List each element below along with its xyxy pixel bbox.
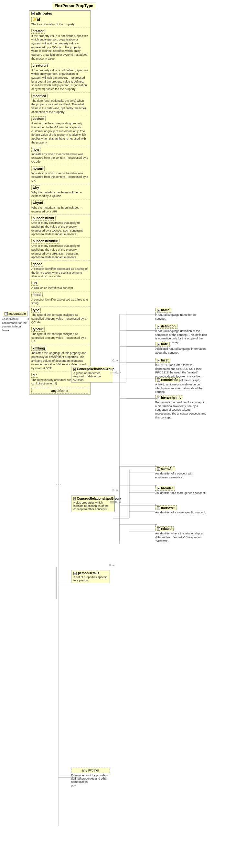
right-item-note: + note Additional natural language infor… bbox=[155, 342, 207, 355]
remoteinfo-label: remoteInfo bbox=[161, 378, 178, 381]
any-other-bottom-label: any ##other bbox=[71, 768, 110, 773]
name-label: name bbox=[161, 308, 170, 312]
any-other-bottom-mult: 0..∞ bbox=[71, 784, 110, 787]
right-item-remoteinfo: + remoteInfo A link to an item or a web … bbox=[155, 377, 207, 394]
attr-typeuri-name: typeuri bbox=[31, 327, 45, 332]
attr-how: how Indicates by which means the value w… bbox=[29, 146, 90, 165]
attr-how-name: how bbox=[31, 147, 40, 152]
attr-creator-name: creator bbox=[31, 29, 45, 34]
attr-typeuri-desc: The type of the concept assigned as cont… bbox=[31, 332, 88, 344]
attr-id-name: 🔑 id bbox=[31, 17, 41, 22]
right-item-sameas: + sameAs An identifier of a concept with… bbox=[155, 466, 207, 479]
pd-mult-label: 0..∞ bbox=[109, 563, 114, 567]
svg-marker-54 bbox=[155, 485, 157, 487]
svg-marker-55 bbox=[155, 504, 157, 506]
attr-custom-name: custom bbox=[31, 116, 46, 121]
attr-howuri: howuri Indicates by which means the valu… bbox=[29, 165, 90, 184]
pd-desc: A set of properties specific to a person… bbox=[73, 576, 108, 582]
ellipsis-connector-1: ··· bbox=[56, 352, 62, 358]
attr-why-desc: Why the metadata has been included – exp… bbox=[31, 191, 88, 198]
key-icon-id: 🔑 bbox=[33, 18, 36, 21]
attr-custom-desc: If set to true the corresponding propert… bbox=[31, 122, 88, 145]
attr-pubconstrainturi-name: pubconstrainturi bbox=[31, 239, 60, 244]
crg-connector-symbol bbox=[110, 500, 116, 505]
svg-marker-53 bbox=[155, 465, 157, 467]
cdg-expand-icon[interactable]: + bbox=[73, 368, 76, 371]
attr-any-other: any ##other bbox=[29, 387, 90, 395]
crg-desc: Holds properties which indicate relation… bbox=[73, 501, 112, 511]
note-label: note bbox=[161, 342, 168, 346]
attributes-box: + attributes 🔑 id The local identifier o… bbox=[29, 10, 90, 395]
name-desc: A natural language name for the concept. bbox=[155, 313, 207, 321]
attr-typeuri: typeuri The type of the concept assigned… bbox=[29, 326, 90, 345]
attr-literal-name: literal bbox=[31, 292, 43, 297]
attr-id-desc: The local identifier of the property. bbox=[31, 23, 88, 27]
any-other-bottom-box: any ##other Extension point for provider… bbox=[71, 768, 110, 787]
right-item-name: + name A natural language name for the c… bbox=[155, 308, 207, 321]
related-desc: An identifier where the relationship is … bbox=[155, 532, 207, 543]
attr-custom: custom If set to true the corresponding … bbox=[29, 115, 90, 146]
attr-how-desc: Indicates by which means the value was e… bbox=[31, 153, 88, 164]
right-item-hierarchyinfo: + hierarchyInfo Represents the position … bbox=[155, 395, 207, 420]
diagram-container: FlexPersonPropType + attributes 🔑 id The… bbox=[0, 0, 225, 868]
attr-creator-desc: If the property value is not defined, sp… bbox=[31, 34, 88, 61]
pd-expand-icon[interactable]: + bbox=[73, 572, 77, 575]
attr-whyuri-name: whyuri bbox=[31, 200, 44, 205]
related-label: related bbox=[161, 527, 172, 530]
hierarchyinfo-label: hierarchyInfo bbox=[161, 396, 181, 399]
crg-expand-icon[interactable]: + bbox=[73, 497, 76, 500]
accountable-expand-icon[interactable]: + bbox=[4, 312, 8, 315]
attr-qcode-desc: A concept identifier expressed as a stri… bbox=[31, 267, 88, 279]
attr-creatoruri-desc: If the property value is not defined, sp… bbox=[31, 69, 88, 91]
crg-right-bracket-svg bbox=[116, 454, 158, 557]
definition-label: definition bbox=[161, 324, 176, 328]
attr-type: type The type of the concept assigned as… bbox=[29, 307, 90, 326]
attr-xmllang-name: xmllang bbox=[31, 346, 46, 351]
cdg-desc: A group of properties required to define… bbox=[73, 371, 111, 381]
broader-label: broader bbox=[161, 487, 173, 490]
sameas-desc: An identifier of a concept with equivale… bbox=[155, 472, 207, 479]
attr-modified: modified The date (and, optionally, the … bbox=[29, 93, 90, 116]
attributes-header: + attributes bbox=[29, 11, 90, 16]
attr-why-name: why bbox=[31, 185, 40, 190]
diagram-title: FlexPersonPropType bbox=[52, 3, 96, 9]
narrower-desc: An identifier of a more specific concept… bbox=[155, 511, 206, 515]
accountable-label: + accountable bbox=[3, 311, 28, 316]
attr-creatoruri-name: creatoruri bbox=[31, 63, 49, 68]
attr-creator: creator If the property value is not def… bbox=[29, 28, 90, 62]
cdg-connector-symbol bbox=[110, 370, 116, 375]
attr-pubconstrainturi: pubconstrainturi One or many constraints… bbox=[29, 238, 90, 261]
pd-label: personDetails bbox=[78, 571, 99, 575]
attr-uri-desc: A URI which identifies a concept bbox=[31, 286, 88, 290]
attr-pubconstrainturi-desc: One or many constraints that apply to pu… bbox=[31, 244, 88, 259]
sameas-label: sameAs bbox=[161, 467, 173, 471]
right-item-related: + related An identifier where the relati… bbox=[155, 526, 207, 543]
note-desc: Additional natural language information … bbox=[155, 347, 207, 355]
any-other-label: any ##other bbox=[31, 388, 88, 394]
attr-creatoruri: creatoruri If the property value is not … bbox=[29, 62, 90, 93]
definition-tag: + definition bbox=[155, 324, 178, 329]
attr-pubconstraint: pubconstraint One or many constraints th… bbox=[29, 215, 90, 238]
attr-whyuri-desc: Why the metadata has been included – exp… bbox=[31, 206, 88, 213]
attr-modified-desc: The date (and, optionally, the time) whe… bbox=[31, 99, 88, 114]
attr-type-desc: The type of the concept assigned as cont… bbox=[31, 313, 88, 324]
remoteinfo-tag: + remoteInfo bbox=[155, 377, 180, 382]
right-item-narrower: + narrower An identifier of a more speci… bbox=[155, 505, 206, 515]
svg-marker-42 bbox=[155, 313, 157, 315]
attr-uri-name: uri bbox=[31, 281, 38, 286]
svg-marker-44 bbox=[155, 346, 157, 347]
attr-literal: literal A concept identifier expressed a… bbox=[29, 291, 90, 307]
attr-literal-desc: A concept identifier expressed as a free… bbox=[31, 298, 88, 305]
attr-pubconstraint-name: pubconstraint bbox=[31, 216, 55, 221]
svg-marker-47 bbox=[155, 397, 157, 399]
hierarchyinfo-tag: + hierarchyInfo bbox=[155, 395, 183, 400]
attr-dir-name: dir bbox=[31, 373, 38, 378]
expand-icon[interactable]: + bbox=[31, 12, 35, 15]
attr-howuri-desc: Indicates by which means the value was e… bbox=[31, 172, 88, 183]
right-item-broader: + broader An identifier of a more generi… bbox=[155, 486, 206, 495]
svg-marker-46 bbox=[155, 378, 157, 380]
svg-marker-56 bbox=[155, 524, 157, 526]
ellipsis-connector-2: ··· bbox=[56, 482, 62, 487]
narrower-label: narrower bbox=[161, 506, 175, 509]
concept-definition-group-box: + ConceptDefinitionGroup A group of prop… bbox=[71, 366, 113, 382]
